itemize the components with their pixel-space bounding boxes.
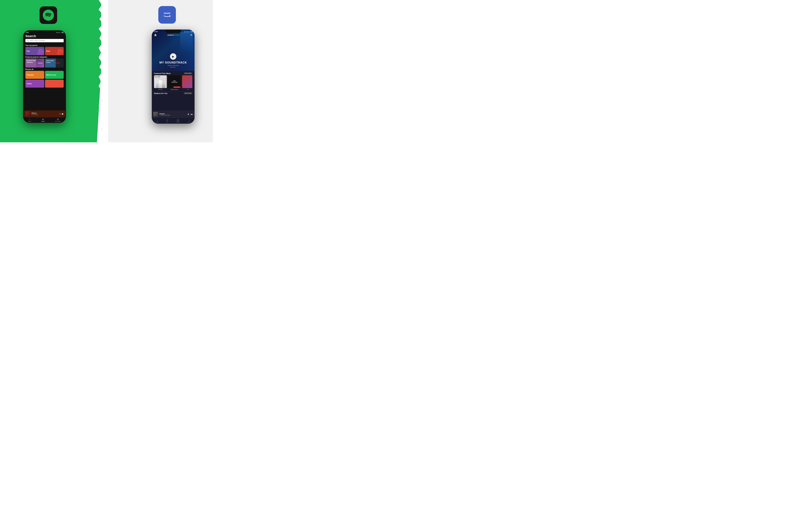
home-tab-label: Home bbox=[28, 121, 31, 122]
rap-rotation-card[interactable]: RAPROTATION AMAZON MUSIC Rap Rotation bbox=[168, 75, 181, 90]
hero-subtitle2: and more... bbox=[152, 66, 194, 68]
browse-grid-2: Charts bbox=[23, 80, 66, 88]
charts-card[interactable]: Charts bbox=[25, 80, 44, 88]
signal-icon: ▲▲▲ bbox=[56, 32, 60, 33]
all-hits-sub: amazon music bbox=[155, 77, 160, 78]
spotify-screen: 3:53 ▲▲▲ ⊃ ▮ Search 🔍 Artists, songs, or… bbox=[23, 30, 66, 123]
search-icon: 🔍 bbox=[27, 40, 29, 41]
now-playing-artist: Ed Sheeran bbox=[32, 114, 58, 115]
friends-podcast-art: FRIENDS bbox=[36, 59, 44, 68]
person-3 bbox=[162, 82, 165, 88]
amazon-nav-bar: 🔔 amazon music ⚙ bbox=[152, 33, 194, 37]
amz-now-playing-info: Popstar DJ Khaled feat Drake bbox=[159, 113, 186, 116]
playback-controls: ⊟ ▶ bbox=[59, 113, 64, 115]
amazon-library-tab[interactable]: 🎧 LIBRARY bbox=[176, 118, 180, 123]
all-hits-thumbnail: ALL HiTS amazon music bbox=[154, 75, 167, 88]
amazon-phone: 12:00 ▲▲▲▲ ⊃ ▮ 🔔 amazon music ⚙ bbox=[152, 30, 194, 124]
charts-label: Charts bbox=[27, 83, 32, 84]
amz-signal-icon: ▲▲▲▲ bbox=[184, 31, 189, 32]
search-placeholder: Artists, songs, or podcasts bbox=[30, 40, 45, 41]
amazon-alexa-tab[interactable]: ○ ALEXA bbox=[188, 118, 191, 123]
serial-killer-art: SERIAL KILLER bbox=[56, 59, 64, 68]
hero-title: MY SOUNDTRACK bbox=[152, 61, 194, 64]
rap-card-content: RAPROTATION bbox=[172, 80, 177, 83]
true-crime-card[interactable]: True Crime Scene SERIAL KILLER bbox=[45, 59, 64, 68]
podcasts-grid: Podcast New Releases FRIENDS True Crime … bbox=[23, 59, 66, 68]
amz-np-artist: DJ Khaled feat Drake bbox=[159, 115, 186, 116]
featured-section: Featured This Week SEE MORE ALL HiTS ama… bbox=[152, 71, 194, 91]
spotify-app-icon[interactable] bbox=[40, 6, 57, 24]
amz-wifi-icon: ⊃ bbox=[190, 31, 191, 32]
library-tab-label: Your Library bbox=[55, 121, 61, 122]
amz-np-title: Popstar bbox=[159, 113, 186, 115]
rock-genre-card[interactable]: Rock bbox=[45, 47, 64, 55]
true-crime-label: True Crime Scene bbox=[46, 60, 56, 63]
amz-now-playing-thumbnail bbox=[153, 112, 158, 117]
hero-subtitle: Based on Dua Lipa, bbox=[152, 64, 194, 66]
amz-next-button[interactable]: ⏭ bbox=[191, 113, 193, 116]
amz-battery-icon: ▮ bbox=[191, 31, 192, 32]
rock-label: Rock bbox=[46, 50, 50, 52]
stations-see-more[interactable]: SEE MORE bbox=[184, 92, 192, 94]
all-hits-title: ALL HiTS bbox=[155, 76, 160, 77]
amazon-hero: 12:00 ▲▲▲▲ ⊃ ▮ 🔔 amazon music ⚙ bbox=[152, 30, 194, 71]
pop-label: Pop bbox=[27, 50, 30, 52]
amazon-find-label: FIND bbox=[166, 121, 168, 122]
third-card[interactable]: Co... bbox=[182, 75, 192, 90]
spotify-search-title: Search bbox=[25, 34, 64, 38]
rap-rotation-thumbnail: RAPROTATION AMAZON MUSIC bbox=[168, 75, 181, 88]
home-tab[interactable]: ⌂ Home bbox=[28, 118, 31, 122]
pop-art bbox=[37, 49, 44, 55]
amazon-find-tab[interactable]: ⊙ FIND bbox=[166, 118, 168, 123]
rap-rotation-label: Rap Rotation bbox=[168, 89, 181, 90]
rap-title: RAPROTATION bbox=[172, 80, 177, 83]
svg-point-0 bbox=[43, 10, 54, 21]
search-tab[interactable]: ⊙ Search bbox=[41, 118, 45, 122]
amazon-app-icon[interactable]: music bbox=[158, 6, 176, 24]
amazon-find-icon: ⊙ bbox=[167, 119, 168, 121]
now-playing-info: Shivers Ed Sheeran bbox=[32, 112, 58, 115]
top-genres-label: Your top genres bbox=[23, 43, 66, 47]
pop-genre-card[interactable]: Pop bbox=[25, 47, 44, 55]
new-releases-card[interactable] bbox=[45, 80, 64, 88]
now-playing-thumbnail bbox=[25, 111, 30, 116]
rap-badge: AMAZON MUSIC bbox=[173, 87, 180, 88]
genres-grid: Pop Rock bbox=[23, 47, 66, 55]
settings-icon[interactable]: ⚙ bbox=[190, 34, 192, 36]
amazon-now-playing[interactable]: Popstar DJ Khaled feat Drake ⏸ ⏭ bbox=[152, 111, 194, 118]
amazon-time: 12:00 bbox=[154, 31, 158, 32]
amazon-home-tab[interactable]: ⌂ HOME bbox=[156, 118, 158, 123]
amazon-notch bbox=[165, 30, 181, 33]
podcasts-browse-label: Podcasts bbox=[27, 74, 34, 76]
library-tab[interactable]: ⊞ Your Library bbox=[55, 118, 61, 122]
spotify-search-bar[interactable]: 🔍 Artists, songs, or podcasts bbox=[25, 39, 64, 42]
podcasts-browse-card[interactable]: Podcasts bbox=[25, 71, 44, 79]
rock-art bbox=[56, 49, 64, 55]
home-icon: ⌂ bbox=[29, 118, 30, 120]
amz-pause-button[interactable]: ⏸ bbox=[187, 113, 189, 116]
play-button[interactable]: ▶ bbox=[62, 113, 64, 115]
podcast-new-releases-card[interactable]: Podcast New Releases FRIENDS bbox=[25, 59, 44, 68]
made-for-you-card[interactable]: Made for you bbox=[45, 71, 64, 79]
svg-text:music: music bbox=[164, 12, 170, 14]
now-playing-title: Shivers bbox=[32, 112, 58, 114]
all-hits-text-overlay: ALL HiTS amazon music bbox=[155, 76, 160, 78]
person-2 bbox=[159, 80, 162, 88]
notification-icon[interactable]: 🔔 bbox=[154, 34, 157, 36]
search-tab-label: Search bbox=[41, 121, 45, 122]
amazon-tab-bar: ⌂ HOME ⊙ FIND 🎧 LIBRARY ○ ALEXA bbox=[152, 118, 194, 124]
person-1 bbox=[156, 82, 159, 88]
all-hits-label: All Hits bbox=[154, 89, 167, 90]
spotify-now-playing[interactable]: Shivers Ed Sheeran ⊟ ▶ bbox=[24, 110, 65, 117]
notch bbox=[37, 30, 53, 34]
library-icon: ⊞ bbox=[57, 118, 59, 120]
amazon-library-label: LIBRARY bbox=[176, 121, 180, 122]
devices-icon[interactable]: ⊟ bbox=[59, 113, 61, 115]
third-card-thumbnail bbox=[182, 75, 192, 88]
featured-title: Featured This Week bbox=[154, 73, 171, 74]
battery-icon: ▮ bbox=[62, 32, 63, 33]
featured-see-more[interactable]: SEE MORE bbox=[184, 72, 192, 74]
hero-play-button[interactable]: ▶ bbox=[170, 53, 176, 60]
all-hits-card[interactable]: ALL HiTS amazon music A bbox=[154, 75, 167, 90]
amazon-alexa-icon: ○ bbox=[189, 119, 190, 121]
